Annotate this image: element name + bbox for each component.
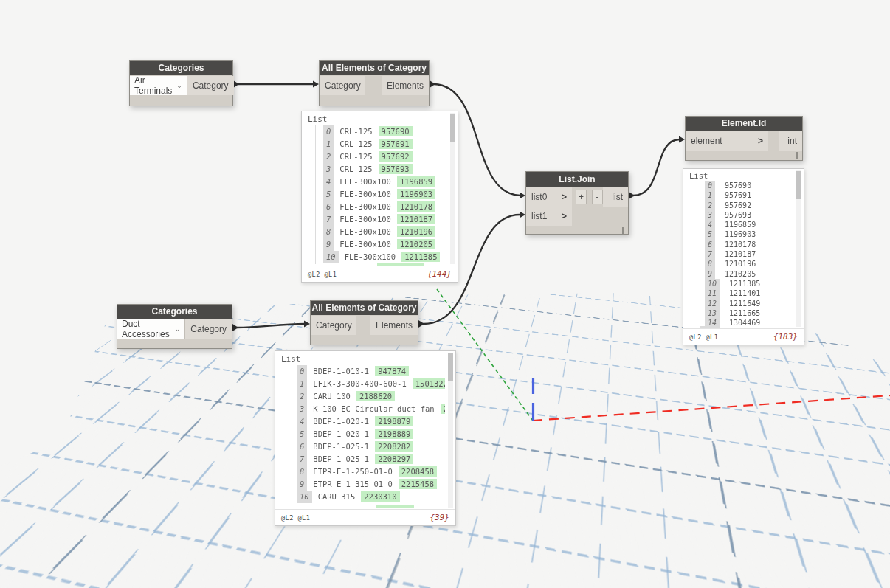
node-footer: [686, 151, 802, 161]
input-connector: [313, 81, 319, 88]
list-item: 61210178: [705, 240, 793, 249]
element-id-value: 1196859: [397, 176, 435, 187]
list-item: 101211385: [705, 279, 793, 288]
element-name: LFIK-3-300-400-600-1: [313, 379, 406, 388]
list-item: 0CRL-125957690: [323, 125, 447, 138]
node-categories-duct-accessories[interactable]: Categories Duct Accessories ⌄ Category: [117, 304, 232, 349]
category-dropdown[interactable]: Air Terminals ⌄: [130, 76, 187, 95]
list-index-badge: 5: [323, 188, 334, 201]
list-root-label: List: [308, 114, 447, 125]
node-title[interactable]: All Elements of Category: [311, 301, 418, 315]
node-element-id[interactable]: Element.Id element > int: [685, 116, 803, 161]
node-list-join[interactable]: List.Join list0 > + - list list1 >: [525, 171, 629, 235]
output-port-int[interactable]: int: [779, 131, 802, 151]
wire-listjoin-to-element-id[interactable]: [633, 139, 680, 196]
element-id-value: 1196903: [397, 189, 435, 199]
clipped-row-sliver: [377, 263, 424, 266]
list-item: 1CRL-125957691: [323, 138, 447, 151]
element-name: ETPR-E-1-250-01-0: [313, 467, 392, 476]
element-id-value: 957693: [379, 164, 413, 174]
element-id-value: 21895: [441, 404, 445, 414]
bubble-scrollbar[interactable]: [796, 170, 801, 327]
node-title[interactable]: Categories: [117, 305, 232, 319]
list-item: 8FLE-300x1001210196: [323, 226, 447, 238]
input-port-list0[interactable]: list0 >: [526, 187, 572, 207]
list-item: 3K 100 EC Circular duct fan21895: [297, 403, 445, 415]
list-item: 0957690: [705, 181, 793, 190]
input-port-category[interactable]: Category: [320, 76, 365, 95]
list-index-badge: 0: [323, 125, 334, 138]
node-all-elements-of-category-duct[interactable]: All Elements of Category Category Elemen…: [310, 300, 418, 345]
node-title[interactable]: Element.Id: [686, 117, 802, 131]
element-name: FLE-300x100: [339, 227, 391, 236]
element-id-value: 2188620: [356, 391, 395, 401]
element-name: FLE-300x100: [339, 240, 391, 249]
scrollbar-thumb[interactable]: [450, 114, 455, 142]
list-item: 10FLE-300x1001211385: [323, 251, 447, 263]
node-categories-air-terminals[interactable]: Categories Air Terminals ⌄ Category: [129, 60, 233, 106]
list-index-badge: 1: [297, 378, 307, 390]
list-item: 8ETPR-E-1-250-01-02208458: [297, 466, 445, 478]
node-all-elements-of-category-air[interactable]: All Elements of Category Category Elemen…: [319, 60, 430, 106]
element-id-value: 1211385: [729, 279, 760, 288]
element-id-value: 2198889: [375, 429, 413, 439]
bubble-scrollbar[interactable]: [450, 113, 455, 264]
category-dropdown[interactable]: Duct Accessories ⌄: [117, 319, 185, 339]
element-name: CARU 100: [313, 392, 351, 401]
add-input-button[interactable]: +: [576, 190, 587, 204]
list-item: 2957692: [705, 201, 793, 210]
output-port-category[interactable]: Category: [187, 76, 234, 95]
list-index-badge: 7: [297, 453, 307, 466]
list-item: 4BDEP-1-020-12198879: [297, 415, 445, 428]
use-levels-chevron-icon[interactable]: >: [554, 187, 567, 207]
input-connector: [520, 212, 525, 218]
list-index-badge: 8: [705, 259, 715, 269]
preview-bubble-element-ids[interactable]: List 0957690 1957691 2957692 3957693 411…: [683, 168, 804, 345]
element-name: FLE-300x100: [345, 252, 396, 261]
output-port-list[interactable]: list: [603, 187, 628, 207]
scrollbar-thumb[interactable]: [796, 171, 801, 199]
output-connector[interactable]: [629, 192, 635, 199]
node-title[interactable]: Categories: [130, 61, 232, 75]
remove-input-button[interactable]: -: [592, 190, 603, 204]
list-index-badge: 1: [323, 138, 334, 151]
list-count: {39}: [430, 513, 450, 522]
levels-label[interactable]: @L2 @L1: [281, 514, 310, 522]
list-index-badge: 2: [323, 151, 334, 163]
input-port-list1[interactable]: list1 >: [526, 207, 572, 226]
node-footer: [320, 95, 429, 106]
use-levels-chevron-icon[interactable]: >: [554, 207, 567, 226]
bubble-scrollbar[interactable]: [448, 353, 453, 508]
scrollbar-thumb[interactable]: [448, 353, 453, 381]
node-footer: [526, 226, 628, 236]
list-index-badge: 8: [297, 466, 307, 478]
output-port-elements[interactable]: Elements: [370, 316, 418, 335]
dropdown-value: Air Terminals: [134, 75, 172, 96]
list-item: 131211665: [705, 308, 793, 318]
input-port-element[interactable]: element >: [686, 131, 768, 151]
list-count: {144}: [427, 269, 452, 279]
list-index-badge: 6: [323, 201, 334, 213]
output-connector[interactable]: [233, 80, 239, 88]
levels-label[interactable]: @L2 @L1: [689, 333, 718, 341]
output-port-category[interactable]: Category: [185, 319, 232, 339]
element-id-value: 957691: [379, 139, 413, 149]
input-port-category[interactable]: Category: [311, 316, 356, 335]
list-item: 0BDEP-1-010-1947874: [297, 365, 445, 378]
preview-bubble-air-terminals[interactable]: List 0CRL-125957690 1CRL-125957691 2CRL-…: [301, 111, 458, 283]
use-levels-chevron-icon[interactable]: >: [751, 131, 763, 151]
element-id-value: 1211665: [729, 308, 760, 318]
list-item: 121211649: [705, 299, 793, 308]
clipped-row-sliver: [376, 505, 414, 508]
list-index-badge: 5: [297, 428, 307, 440]
element-name: BDEP-1-025-1: [313, 442, 369, 451]
node-title[interactable]: List.Join: [526, 172, 628, 187]
element-name: ETPR-E-1-315-01-0: [313, 480, 392, 488]
output-port-elements[interactable]: Elements: [382, 76, 429, 95]
output-connector[interactable]: [430, 80, 435, 88]
element-id-value: 2230310: [361, 491, 399, 502]
element-id-value: 2215458: [399, 479, 437, 489]
preview-bubble-duct-accessories[interactable]: List 0BDEP-1-010-1947874 1LFIK-3-300-400…: [275, 350, 456, 526]
levels-label[interactable]: @L2 @L1: [308, 271, 337, 278]
node-title[interactable]: All Elements of Category: [320, 61, 429, 75]
